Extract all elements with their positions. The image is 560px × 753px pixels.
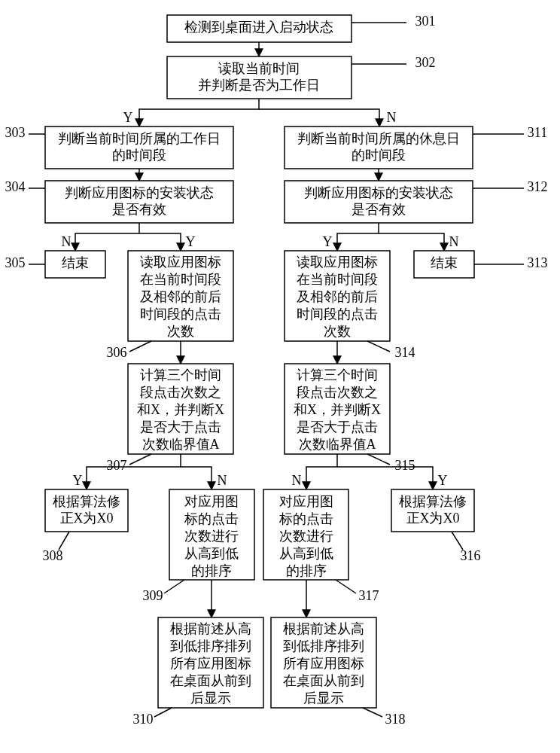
node-309-t3: 从高到低 (184, 546, 239, 561)
node-317-t2: 次数进行 (279, 529, 333, 544)
leader-317 (336, 580, 356, 593)
edge-307-308 (87, 454, 181, 489)
node-304-text-0: 判断应用图标的安装状态 (65, 185, 214, 200)
node-310-t4: 后显示 (190, 691, 231, 706)
branch-Y-315: Y (438, 473, 448, 488)
node-315-t4: 次数临界值A (299, 437, 376, 452)
node-315-t1: 段点击次数之 (297, 385, 378, 400)
node-311-t0: 判断当前时间所属的休息日 (297, 131, 460, 146)
node-302-text-1: 并判断是否为工作日 (198, 78, 320, 93)
node-316-t0: 根据算法修 (399, 494, 467, 509)
node-317-t4: 的排序 (286, 563, 327, 578)
leader-310 (154, 708, 172, 717)
node-318-t4: 后显示 (303, 691, 344, 706)
leader-306 (129, 341, 151, 352)
node-309-t4: 的排序 (191, 563, 232, 578)
branch-Y-302-left: Y (123, 110, 133, 125)
node-318-t3: 在桌面从前到 (283, 673, 364, 688)
node-317-t1: 标的点击 (278, 511, 333, 526)
node-308-t1: 正X为X0 (60, 511, 114, 526)
leader-314 (367, 341, 390, 352)
node-306-t3: 时间段的点击 (140, 306, 221, 322)
node-312-t1: 是否有效 (352, 202, 406, 217)
node-305-text: 结束 (62, 255, 89, 270)
node-306-t2: 及相邻的前后 (140, 289, 221, 304)
node-306-t0: 读取应用图标 (140, 255, 221, 270)
label-302: 302 (415, 55, 436, 70)
node-316-t1: 正X为X0 (406, 511, 460, 526)
node-310-t3: 在桌面从前到 (170, 673, 251, 688)
label-308: 308 (43, 548, 63, 563)
node-307-t0: 计算三个时间 (140, 367, 221, 383)
label-305: 305 (5, 255, 26, 270)
edge-312-314 (337, 223, 379, 251)
label-309: 309 (143, 588, 163, 603)
node-307-t3: 是否大于点击 (140, 419, 221, 434)
label-303: 303 (5, 125, 26, 140)
node-314-t0: 读取应用图标 (297, 255, 378, 270)
edge-304-306 (139, 233, 181, 251)
edge-315-317 (306, 454, 337, 489)
node-318-t0: 根据前述从高 (283, 621, 364, 636)
label-311: 311 (528, 125, 547, 140)
node-318-t2: 所有应用图标 (283, 656, 364, 671)
node-314-t3: 时间段的点击 (297, 306, 378, 322)
node-310-t0: 根据前述从高 (170, 621, 251, 636)
label-310: 310 (133, 712, 154, 727)
leader-308 (59, 532, 69, 550)
label-301: 301 (415, 14, 436, 29)
branch-Y-312: Y (323, 234, 333, 249)
edge-304-305 (75, 223, 139, 251)
node-314-t2: 及相邻的前后 (297, 289, 378, 304)
edge-307-309 (181, 467, 212, 489)
node-310-t1: 到低排序排列 (170, 639, 251, 654)
leader-316 (452, 532, 463, 550)
node-311-t1: 的时间段 (352, 148, 406, 163)
label-313: 313 (528, 255, 548, 270)
node-317-t0: 对应用图 (279, 494, 333, 509)
branch-N-307: N (218, 473, 227, 488)
node-309-t0: 对应用图 (184, 494, 239, 509)
edge-302-right (259, 109, 379, 127)
node-307-t4: 次数临界值A (142, 437, 220, 452)
node-310-t2: 所有应用图标 (170, 656, 251, 671)
node-309-t1: 标的点击 (184, 511, 239, 526)
node-306-t1: 在当前时间段 (140, 272, 221, 287)
node-315-t0: 计算三个时间 (297, 367, 378, 383)
edge-315-316 (337, 467, 433, 489)
label-317: 317 (359, 588, 379, 603)
branch-Y-307: Y (73, 473, 83, 488)
node-307-t1: 段点击次数之 (140, 385, 221, 400)
node-312-t0: 判断应用图标的安装状态 (304, 185, 453, 200)
leader-307 (129, 454, 151, 465)
label-306: 306 (107, 345, 127, 360)
label-316: 316 (461, 548, 481, 563)
node-315-t3: 是否大于点击 (297, 419, 378, 434)
node-318-t1: 到低排序排列 (283, 639, 364, 654)
branch-Y-304: Y (186, 234, 196, 249)
node-314-t4: 次数 (324, 324, 351, 339)
label-318: 318 (385, 712, 406, 727)
branch-N-312: N (449, 234, 459, 249)
label-314: 314 (395, 345, 415, 360)
node-315-t2: 和X，并判断X (294, 402, 381, 417)
branch-N-304: N (62, 234, 72, 249)
node-307-t2: 和X，并判断X (137, 402, 224, 417)
node-308-t0: 根据算法修 (53, 494, 120, 509)
node-314-t1: 在当前时间段 (297, 272, 378, 287)
branch-N-302-right: N (387, 110, 397, 125)
node-303-text-1: 的时间段 (112, 148, 166, 163)
edge-302-left (139, 99, 259, 127)
label-304: 304 (5, 179, 26, 194)
node-301-text: 检测到桌面进入启动状态 (184, 20, 333, 35)
node-303-text-0: 判断当前时间所属的工作日 (58, 131, 221, 146)
branch-N-315: N (292, 473, 302, 488)
node-306-t4: 次数 (167, 324, 194, 339)
node-304-text-1: 是否有效 (112, 202, 166, 217)
label-315: 315 (395, 458, 415, 473)
label-312: 312 (528, 179, 548, 194)
leader-318 (363, 708, 382, 717)
node-309-t2: 次数进行 (184, 529, 239, 544)
node-317-t3: 从高到低 (279, 546, 333, 561)
edge-312-313 (379, 233, 444, 251)
